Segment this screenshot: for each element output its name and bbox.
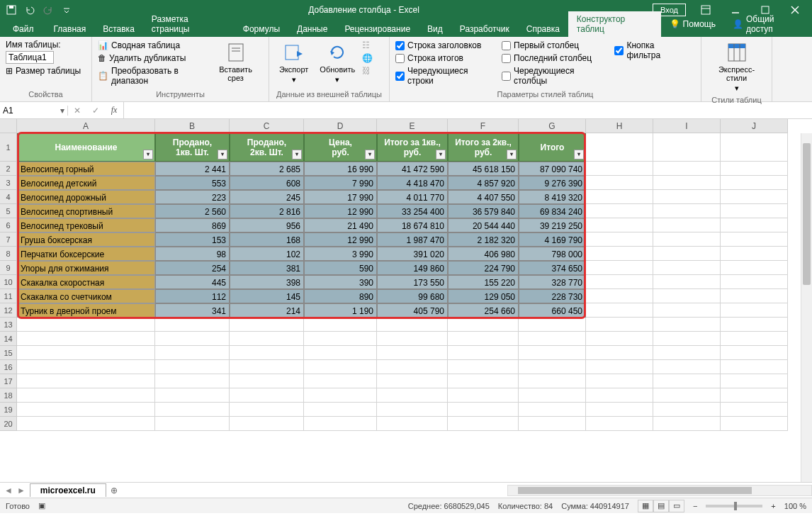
name-box-input[interactable] bbox=[3, 106, 52, 116]
cell[interactable] bbox=[230, 318, 304, 332]
cell[interactable]: 155 220 bbox=[448, 275, 519, 289]
cell[interactable] bbox=[377, 374, 448, 388]
zoom-in-icon[interactable]: + bbox=[771, 502, 775, 510]
cell[interactable] bbox=[721, 204, 788, 218]
cell[interactable] bbox=[653, 374, 721, 388]
cell[interactable] bbox=[230, 374, 304, 388]
table-header[interactable]: Итого▾ bbox=[519, 133, 586, 162]
cell[interactable] bbox=[519, 374, 586, 388]
chk-banded-cols[interactable]: Чередующиеся столбцы bbox=[502, 65, 600, 86]
cell[interactable] bbox=[519, 346, 586, 360]
cell[interactable]: 17 990 bbox=[304, 190, 377, 204]
cell[interactable]: 45 618 150 bbox=[448, 162, 519, 176]
fx-icon[interactable]: fx bbox=[105, 102, 123, 119]
redo-icon[interactable] bbox=[40, 2, 57, 18]
cell[interactable] bbox=[155, 318, 230, 332]
pivot-button[interactable]: 📊Сводная таблица bbox=[98, 40, 205, 51]
name-box[interactable]: ▾ bbox=[0, 106, 68, 116]
cell[interactable] bbox=[519, 332, 586, 346]
row-header[interactable]: 16 bbox=[0, 360, 17, 374]
cell[interactable] bbox=[653, 360, 721, 374]
tab-view[interactable]: Вид bbox=[419, 21, 451, 37]
cell[interactable]: 36 579 840 bbox=[448, 204, 519, 218]
cell[interactable] bbox=[17, 332, 155, 346]
tab-help[interactable]: Справка bbox=[518, 21, 568, 37]
row-header[interactable]: 7 bbox=[0, 232, 17, 247]
zoom-slider[interactable] bbox=[706, 505, 762, 507]
col-header[interactable]: J bbox=[721, 119, 788, 133]
cell[interactable] bbox=[721, 162, 788, 176]
cell[interactable]: 149 860 bbox=[377, 261, 448, 275]
cell[interactable] bbox=[304, 417, 377, 431]
cell[interactable]: 153 bbox=[155, 232, 230, 247]
col-header[interactable]: A bbox=[17, 119, 155, 133]
table-header[interactable]: Продано,1кв. Шт.▾ bbox=[155, 133, 230, 162]
select-all-corner[interactable] bbox=[0, 119, 17, 133]
cell[interactable]: 553 bbox=[155, 176, 230, 190]
cell[interactable] bbox=[155, 374, 230, 388]
cell[interactable] bbox=[519, 417, 586, 431]
cell[interactable] bbox=[653, 303, 721, 318]
cell[interactable]: Велосипед дорожный bbox=[17, 190, 155, 204]
quick-styles-button[interactable]: Экспресс-стили▾ bbox=[707, 40, 766, 94]
cell[interactable] bbox=[721, 275, 788, 289]
filter-icon[interactable]: ▾ bbox=[292, 150, 302, 159]
cell[interactable] bbox=[586, 303, 653, 318]
cell[interactable] bbox=[586, 190, 653, 204]
cell[interactable] bbox=[586, 176, 653, 190]
add-sheet-button[interactable]: ⊕ bbox=[106, 483, 122, 498]
cell[interactable] bbox=[155, 403, 230, 417]
cell[interactable] bbox=[721, 374, 788, 388]
cell[interactable] bbox=[586, 275, 653, 289]
cell[interactable]: Велосипед горный bbox=[17, 162, 155, 176]
row-header[interactable]: 4 bbox=[0, 190, 17, 204]
row-header[interactable]: 5 bbox=[0, 204, 17, 218]
row-header[interactable]: 12 bbox=[0, 303, 17, 318]
share-button[interactable]: 👤Общий доступ bbox=[724, 11, 806, 37]
cell[interactable] bbox=[721, 318, 788, 332]
view-normal-icon[interactable]: ▦ bbox=[638, 500, 653, 512]
cell[interactable]: 341 bbox=[155, 303, 230, 318]
cell[interactable]: 405 790 bbox=[377, 303, 448, 318]
col-header[interactable]: B bbox=[155, 119, 230, 133]
cell[interactable]: 398 bbox=[230, 275, 304, 289]
cell[interactable] bbox=[586, 247, 653, 261]
refresh-button[interactable]: Обновить▾ bbox=[315, 40, 359, 86]
table-header[interactable]: Наименование▾ bbox=[17, 133, 155, 162]
row-header[interactable]: 20 bbox=[0, 417, 17, 431]
cell[interactable] bbox=[304, 318, 377, 332]
tab-layout[interactable]: Разметка страницы bbox=[143, 11, 235, 37]
chk-first-col[interactable]: Первый столбец bbox=[502, 40, 600, 51]
row-header[interactable]: 8 bbox=[0, 247, 17, 261]
cell[interactable] bbox=[230, 346, 304, 360]
cell[interactable] bbox=[586, 403, 653, 417]
col-header[interactable]: H bbox=[586, 119, 653, 133]
cell[interactable]: 12 990 bbox=[304, 232, 377, 247]
cell[interactable]: 21 490 bbox=[304, 218, 377, 232]
grid[interactable]: ABCDEFGHIJ 12345678910111213141516171819… bbox=[0, 119, 812, 482]
cell[interactable] bbox=[519, 318, 586, 332]
cells[interactable]: Наименование▾Продано,1кв. Шт.▾Продано,2к… bbox=[17, 133, 788, 431]
cell[interactable] bbox=[586, 417, 653, 431]
cell[interactable] bbox=[586, 360, 653, 374]
cell[interactable] bbox=[230, 403, 304, 417]
sheet-nav-next[interactable]: ► bbox=[17, 486, 26, 495]
cell[interactable]: 2 816 bbox=[230, 204, 304, 218]
cell[interactable] bbox=[653, 162, 721, 176]
col-header[interactable]: C bbox=[230, 119, 304, 133]
cell[interactable] bbox=[155, 346, 230, 360]
cell[interactable] bbox=[17, 346, 155, 360]
chk-banded-rows[interactable]: Чередующиеся строки bbox=[395, 65, 487, 86]
chk-header-row[interactable]: Строка заголовков bbox=[395, 40, 487, 51]
cell[interactable] bbox=[586, 318, 653, 332]
cell[interactable] bbox=[304, 346, 377, 360]
cell[interactable]: 2 560 bbox=[155, 204, 230, 218]
cell[interactable]: Скакалка скоростная bbox=[17, 275, 155, 289]
cell[interactable] bbox=[519, 403, 586, 417]
cell[interactable]: Велосипед трековый bbox=[17, 218, 155, 232]
cell[interactable]: Упоры для отжимания bbox=[17, 261, 155, 275]
macro-record-icon[interactable]: ▣ bbox=[38, 501, 45, 510]
view-page-break-icon[interactable]: ▭ bbox=[669, 500, 684, 512]
cell[interactable] bbox=[448, 417, 519, 431]
cell[interactable]: 391 020 bbox=[377, 247, 448, 261]
